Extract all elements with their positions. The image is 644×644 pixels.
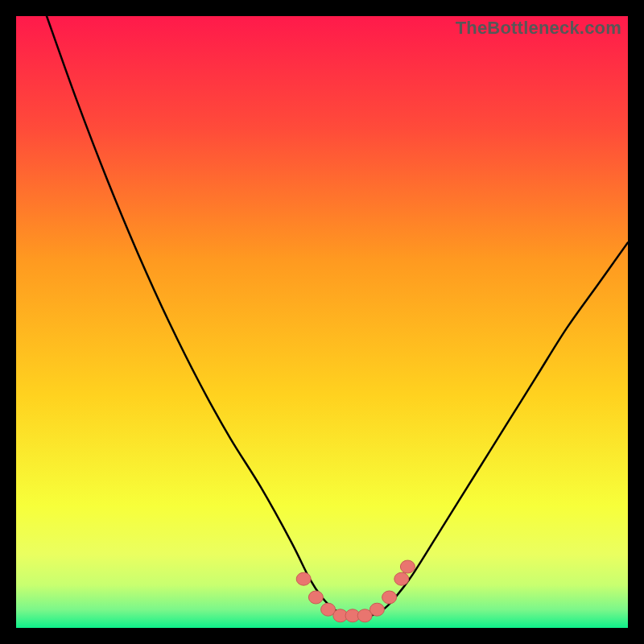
highlight-marker <box>382 591 397 604</box>
highlight-marker <box>296 572 311 585</box>
highlight-marker <box>400 560 415 573</box>
chart-frame: TheBottleneck.com <box>16 16 628 628</box>
highlight-marker <box>369 603 384 616</box>
highlight-marker <box>308 591 323 604</box>
chart-svg <box>16 16 628 628</box>
gradient-bg <box>16 16 628 628</box>
highlight-marker <box>394 572 409 585</box>
watermark-text: TheBottleneck.com <box>456 18 621 39</box>
